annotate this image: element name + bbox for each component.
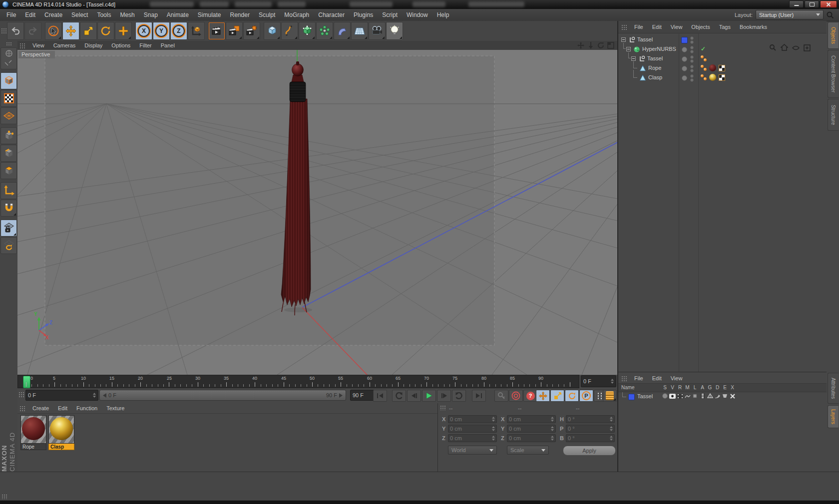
redo-button[interactable] [24,22,41,40]
layout-dropdown[interactable]: Startup (User) [756,10,824,19]
generators-toggle-icon[interactable] [706,393,714,399]
size-x-field[interactable]: 0 cm [507,415,556,423]
add-spline-button[interactable] [281,22,298,40]
phong-tag-icon[interactable] [701,65,704,68]
viewport-zoom-icon[interactable] [587,41,595,49]
layer-color-chip[interactable] [681,37,688,43]
om-menu-objects[interactable]: Objects [687,24,714,30]
go-to-end-button[interactable] [472,390,486,402]
editor-visibility-dot[interactable] [690,55,694,59]
lock-z-axis-button[interactable]: Z [170,22,187,40]
workplane-mode-button[interactable] [0,107,17,124]
solo-toggle[interactable] [661,393,669,399]
material-clasp[interactable]: Clasp [48,415,74,450]
expander-icon[interactable] [631,56,636,61]
menu-script[interactable]: Script [378,11,402,18]
menu-sculpt[interactable]: Sculpt [254,11,280,18]
viewport-menu-cameras[interactable]: Cameras [49,42,80,48]
om-menu-bookmarks[interactable]: Bookmarks [735,24,772,30]
lp-menu-file[interactable]: File [630,375,648,381]
tree-row-tassel-child[interactable]: Tassel [618,54,827,63]
viewport-pan-icon[interactable] [577,41,585,49]
current-frame-field[interactable]: 0 F [581,375,616,387]
perspective-viewport[interactable]: Perspective Y Z X [17,50,618,375]
menu-character[interactable]: Character [314,11,349,18]
layer-row-tassel[interactable]: Tassel [618,392,827,401]
lp-grip[interactable] [621,376,627,381]
workplane-rotate-button[interactable] [0,237,17,254]
pos-z-field[interactable]: 0 cm [448,434,497,442]
menu-plugins[interactable]: Plugins [349,11,378,18]
keying-help-button[interactable]: ? [523,390,537,402]
enable-toggle[interactable] [682,75,687,81]
frame-spinner[interactable] [611,379,614,384]
menu-select[interactable]: Select [67,11,92,18]
lp-menu-edit[interactable]: Edit [648,375,666,381]
minimize-button[interactable] [789,0,804,8]
transport-grip[interactable] [18,392,24,398]
edges-mode-button[interactable] [0,145,17,162]
move-tool-button[interactable] [62,22,79,40]
editor-visibility-dot[interactable] [690,74,694,78]
transform-mode-dropdown[interactable]: Scale [507,446,549,455]
last-used-tool-button[interactable] [115,22,132,40]
viewport-menu-grip[interactable] [19,43,25,48]
add-deformer-button[interactable] [334,22,351,40]
phong-tag-icon[interactable] [704,77,707,80]
col-header-v[interactable]: V [669,385,676,390]
menu-file[interactable]: File [2,11,20,18]
workplane-lock-button[interactable] [0,220,17,237]
tab-layers[interactable]: Layers [828,405,839,428]
col-header-g[interactable]: G [706,385,714,390]
status-grip[interactable] [1,494,7,499]
tab-content-browser[interactable]: Content Browser [828,50,839,98]
expressions-toggle-icon[interactable] [721,393,729,399]
points-mode-button[interactable] [0,127,17,144]
rot-b-field[interactable]: 0 ° [566,434,615,442]
col-header-s[interactable]: S [661,385,669,390]
phong-tag-icon[interactable] [701,74,704,77]
viewport-menu-display[interactable]: Display [80,42,107,48]
coords-grip[interactable] [440,405,445,410]
tab-structure[interactable]: Structure [828,99,839,131]
menu-help[interactable]: Help [432,11,454,18]
viewport-menu-options[interactable]: Options [107,42,135,48]
polygons-mode-button[interactable] [0,162,17,179]
col-header-x[interactable]: X [729,385,736,390]
texture-mode-button[interactable] [0,90,17,107]
material-menu-edit[interactable]: Edit [53,405,72,411]
model-mode-button[interactable] [0,72,17,89]
expander-icon[interactable] [621,37,626,42]
make-editable-button[interactable] [0,47,17,69]
tree-row-clasp[interactable]: Clasp [618,73,827,82]
panel-divider[interactable] [617,21,618,472]
scale-tool-button[interactable] [80,22,97,40]
rail-grip[interactable] [6,42,12,46]
go-to-start-button[interactable] [373,390,387,402]
key-rotation-toggle[interactable] [565,390,579,402]
render-visibility-dot[interactable] [690,69,694,72]
menu-mograph[interactable]: MoGraph [280,11,314,18]
deformers-toggle-icon[interactable] [714,393,721,399]
key-position-toggle[interactable] [536,390,550,402]
menu-simulate[interactable]: Simulate [193,11,226,18]
render-visibility-dot[interactable] [690,50,694,53]
add-cube-button[interactable] [264,22,281,40]
material-clasp-preview[interactable] [48,415,74,444]
texture-tag-icon[interactable] [719,74,725,81]
material-menu-texture[interactable]: Texture [102,405,129,411]
menu-animate[interactable]: Animate [162,11,193,18]
col-header-e[interactable]: E [721,385,729,390]
tab-attributes[interactable]: Attributes [828,373,839,404]
apply-button[interactable]: Apply [563,446,616,456]
phong-tag-icon[interactable] [701,55,704,58]
lock-toggle-icon[interactable] [691,393,699,399]
material-rope-preview[interactable] [20,415,46,444]
key-scale-toggle[interactable] [550,390,564,402]
next-frame-button[interactable] [437,390,451,402]
viewport-menu-panel[interactable]: Panel [156,42,179,48]
editor-visibility-dot[interactable] [690,65,694,68]
tree-row-tassel-top[interactable]: Tassel [618,35,827,44]
enable-toggle[interactable] [682,66,687,71]
menu-tools[interactable]: Tools [92,11,115,18]
